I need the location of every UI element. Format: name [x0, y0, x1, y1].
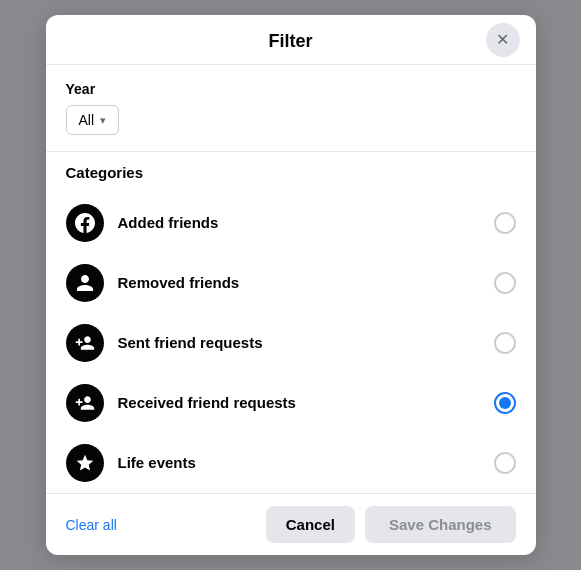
- categories-label: Categories: [66, 164, 516, 181]
- facebook-icon: [66, 204, 104, 242]
- category-item-life-events[interactable]: Life events: [66, 433, 516, 489]
- close-icon: ✕: [496, 30, 509, 49]
- category-item-added-friends[interactable]: Added friends: [66, 193, 516, 253]
- star-icon: [66, 444, 104, 482]
- person-add-icon: [66, 324, 104, 362]
- radio-sent-friend-requests[interactable]: [494, 332, 516, 354]
- person-icon: [66, 264, 104, 302]
- divider: [46, 151, 536, 152]
- cancel-button[interactable]: Cancel: [266, 506, 355, 543]
- chevron-down-icon: ▾: [100, 114, 106, 127]
- modal-header: Filter ✕: [46, 15, 536, 65]
- close-button[interactable]: ✕: [486, 23, 520, 57]
- radio-removed-friends[interactable]: [494, 272, 516, 294]
- clear-all-button[interactable]: Clear all: [66, 517, 117, 533]
- category-name-added-friends: Added friends: [118, 214, 494, 231]
- radio-inner: [499, 397, 511, 409]
- category-name-life-events: Life events: [118, 454, 494, 471]
- categories-list: Added friends Removed friends: [46, 193, 536, 489]
- year-section: Year All ▾: [66, 81, 516, 135]
- category-item-sent-friend-requests[interactable]: Sent friend requests: [66, 313, 516, 373]
- save-changes-button[interactable]: Save Changes: [365, 506, 516, 543]
- modal-footer: Clear all Cancel Save Changes: [46, 493, 536, 555]
- year-value: All: [79, 112, 95, 128]
- year-label: Year: [66, 81, 516, 97]
- radio-received-friend-requests[interactable]: [494, 392, 516, 414]
- radio-life-events[interactable]: [494, 452, 516, 474]
- category-name-sent-friend-requests: Sent friend requests: [118, 334, 494, 351]
- category-item-removed-friends[interactable]: Removed friends: [66, 253, 516, 313]
- category-name-received-friend-requests: Received friend requests: [118, 394, 494, 411]
- filter-modal: Filter ✕ Year All ▾ Categories: [46, 15, 536, 555]
- category-item-received-friend-requests[interactable]: Received friend requests: [66, 373, 516, 433]
- person-receive-icon: [66, 384, 104, 422]
- modal-body: Year All ▾ Categories Added friends: [46, 65, 536, 489]
- category-name-removed-friends: Removed friends: [118, 274, 494, 291]
- modal-title: Filter: [268, 31, 312, 52]
- year-dropdown[interactable]: All ▾: [66, 105, 120, 135]
- modal-overlay: Filter ✕ Year All ▾ Categories: [0, 0, 581, 570]
- footer-actions: Cancel Save Changes: [266, 506, 516, 543]
- radio-added-friends[interactable]: [494, 212, 516, 234]
